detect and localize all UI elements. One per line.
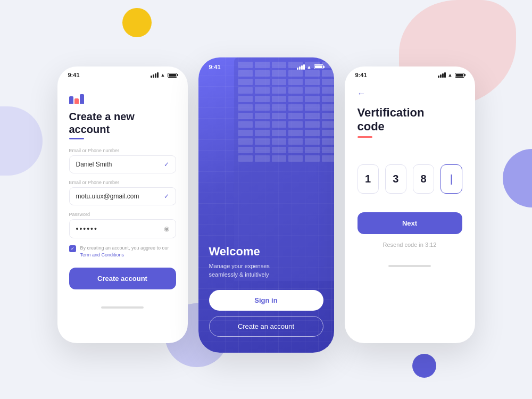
phones-container: 9:41 ▲ Create: [27, 27, 505, 383]
code-digit-3: 8: [421, 173, 427, 185]
checkbox-check-icon: ✓: [71, 246, 74, 251]
code-box-4[interactable]: |: [440, 164, 462, 194]
status-icons-middle: ▲: [297, 64, 323, 70]
resend-text: Resend code in 3:12: [358, 242, 462, 248]
status-time-right: 9:41: [355, 72, 367, 78]
create-account-content: Create a new account Email or Phone numb…: [57, 80, 188, 300]
field2-label: Email or Phone number: [69, 180, 176, 185]
check-icon-2: ✓: [164, 193, 169, 200]
terms-row: ✓ By creating an account, you aggree to …: [69, 245, 176, 258]
verification-content: ← Vertification code 1 3 8 |: [345, 80, 475, 259]
wifi-icon-right: ▲: [448, 72, 453, 78]
eye-icon[interactable]: ◉: [164, 225, 169, 232]
code-cursor: |: [450, 173, 453, 185]
battery-icon-left: [168, 73, 177, 78]
code-digit-1: 1: [365, 173, 371, 185]
phone-create-account: 9:41 ▲ Create: [57, 66, 188, 343]
password-input[interactable]: •••••• ◉: [69, 219, 176, 238]
code-box-3[interactable]: 8: [413, 164, 434, 194]
email-value: motu.uiux@gmail.com: [76, 193, 139, 200]
status-bar-right: 9:41 ▲: [345, 66, 475, 80]
building-windows: [234, 57, 334, 166]
terms-link[interactable]: Term and Conditions: [80, 252, 124, 257]
name-value: Daniel Smith: [76, 161, 112, 168]
check-icon-1: ✓: [164, 161, 169, 168]
field1-label: Email or Phone number: [69, 148, 176, 153]
password-value: ••••••: [76, 225, 98, 233]
status-time-middle: 9:41: [209, 64, 221, 70]
title-underline: [69, 138, 84, 139]
signal-icon-right: [438, 72, 446, 78]
status-icons-right: ▲: [438, 72, 464, 78]
status-icons-left: ▲: [151, 72, 177, 78]
code-box-1[interactable]: 1: [358, 164, 379, 194]
create-an-account-button[interactable]: Create an account: [209, 316, 323, 337]
code-digit-2: 3: [393, 173, 398, 185]
field3-label: Password: [69, 212, 176, 217]
code-box-2[interactable]: 3: [385, 164, 406, 194]
status-time-left: 9:41: [68, 72, 80, 78]
welcome-title: Welcome: [209, 245, 323, 259]
wifi-icon-middle: ▲: [307, 64, 312, 70]
code-boxes: 1 3 8 |: [358, 164, 462, 194]
phone-welcome: 9:41 ▲ Welcome Manage your expenses seam…: [198, 57, 334, 353]
home-indicator-right: [388, 265, 431, 267]
verification-title: Vertification code: [358, 106, 462, 134]
welcome-content: Welcome Manage your expenses seamlessly …: [198, 234, 334, 353]
create-title: Create a new account: [69, 110, 176, 136]
terms-text: By creating an account, you aggree to ou…: [80, 245, 176, 258]
wifi-icon-left: ▲: [161, 72, 165, 78]
next-button[interactable]: Next: [358, 212, 462, 234]
app-logo: [69, 89, 84, 104]
signal-icon-middle: [297, 64, 305, 70]
battery-icon-right: [455, 73, 464, 78]
back-button[interactable]: ←: [358, 89, 462, 98]
phone-verification: 9:41 ▲ ← Vertification code: [345, 66, 475, 343]
signin-button[interactable]: Sign in: [209, 290, 323, 311]
terms-checkbox[interactable]: ✓: [69, 245, 76, 252]
home-indicator-left: [101, 306, 144, 309]
welcome-subtitle: Manage your expenses seamlessly & intuit…: [209, 262, 323, 279]
decorative-purple-right: [503, 149, 532, 207]
signal-icon-left: [151, 72, 159, 78]
name-input[interactable]: Daniel Smith ✓: [69, 155, 176, 173]
battery-icon-middle: [314, 64, 323, 69]
verification-underline: [358, 136, 372, 138]
email-input[interactable]: motu.uiux@gmail.com ✓: [69, 187, 176, 205]
status-bar-middle: 9:41 ▲: [198, 57, 334, 72]
create-account-button[interactable]: Create account: [69, 268, 176, 289]
status-bar-left: 9:41 ▲: [57, 66, 188, 80]
